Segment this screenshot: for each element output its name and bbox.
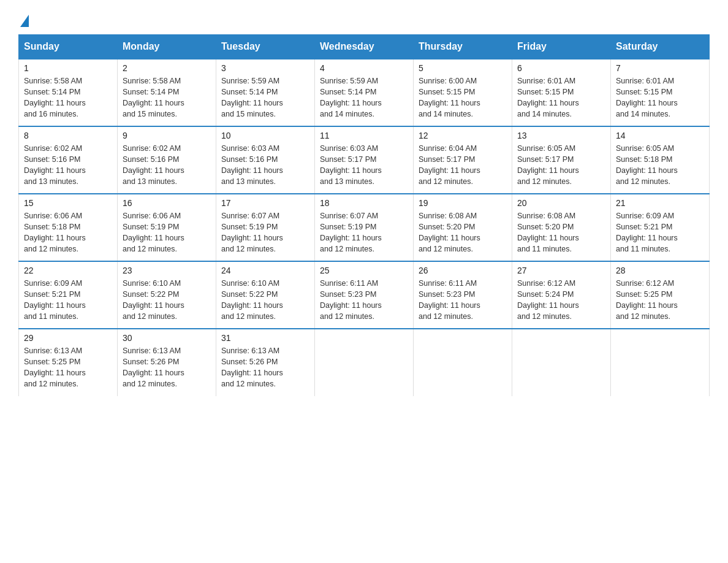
day-number: 16 [123,198,211,208]
calendar-cell: 9 Sunrise: 6:02 AMSunset: 5:16 PMDayligh… [118,126,216,194]
day-info: Sunrise: 6:07 AMSunset: 5:19 PMDaylight:… [320,210,408,255]
day-number: 30 [123,333,211,343]
day-number: 2 [123,63,211,73]
day-number: 1 [24,63,112,73]
day-info: Sunrise: 5:58 AMSunset: 5:14 PMDaylight:… [24,75,112,120]
calendar-week-row: 15 Sunrise: 6:06 AMSunset: 5:18 PMDaylig… [19,194,710,261]
calendar-cell: 15 Sunrise: 6:06 AMSunset: 5:18 PMDaylig… [19,194,118,261]
day-info: Sunrise: 6:12 AMSunset: 5:24 PMDaylight:… [517,278,605,323]
day-info: Sunrise: 6:02 AMSunset: 5:16 PMDaylight:… [24,143,112,188]
day-number: 27 [517,266,605,275]
day-info: Sunrise: 5:58 AMSunset: 5:14 PMDaylight:… [123,75,211,120]
day-info: Sunrise: 6:05 AMSunset: 5:17 PMDaylight:… [517,143,605,188]
calendar-cell: 7 Sunrise: 6:01 AMSunset: 5:15 PMDayligh… [611,59,710,126]
weekday-header-wednesday: Wednesday [315,35,414,59]
calendar-cell: 19 Sunrise: 6:08 AMSunset: 5:20 PMDaylig… [414,194,512,261]
day-number: 22 [24,266,112,275]
day-number: 7 [616,63,704,73]
day-info: Sunrise: 6:13 AMSunset: 5:26 PMDaylight:… [123,345,211,390]
day-info: Sunrise: 6:08 AMSunset: 5:20 PMDaylight:… [419,210,507,255]
calendar-cell [414,329,512,396]
day-info: Sunrise: 6:06 AMSunset: 5:19 PMDaylight:… [123,210,211,255]
calendar-cell: 30 Sunrise: 6:13 AMSunset: 5:26 PMDaylig… [118,329,216,396]
day-number: 6 [517,63,605,73]
day-number: 5 [419,63,507,73]
weekday-header-tuesday: Tuesday [216,35,315,59]
day-info: Sunrise: 6:12 AMSunset: 5:25 PMDaylight:… [616,278,704,323]
day-info: Sunrise: 6:03 AMSunset: 5:16 PMDaylight:… [221,143,309,188]
calendar-cell: 14 Sunrise: 6:05 AMSunset: 5:18 PMDaylig… [611,126,710,194]
day-number: 24 [221,266,309,275]
day-number: 3 [221,63,309,73]
calendar-cell: 31 Sunrise: 6:13 AMSunset: 5:26 PMDaylig… [216,329,315,396]
calendar-cell: 11 Sunrise: 6:03 AMSunset: 5:17 PMDaylig… [315,126,414,194]
calendar-cell: 28 Sunrise: 6:12 AMSunset: 5:25 PMDaylig… [611,261,710,329]
calendar-cell: 8 Sunrise: 6:02 AMSunset: 5:16 PMDayligh… [19,126,118,194]
calendar-cell: 26 Sunrise: 6:11 AMSunset: 5:23 PMDaylig… [414,261,512,329]
calendar-cell: 20 Sunrise: 6:08 AMSunset: 5:20 PMDaylig… [512,194,611,261]
calendar-header-row: SundayMondayTuesdayWednesdayThursdayFrid… [19,35,710,59]
calendar-week-row: 29 Sunrise: 6:13 AMSunset: 5:25 PMDaylig… [19,329,710,396]
calendar-cell: 23 Sunrise: 6:10 AMSunset: 5:22 PMDaylig… [118,261,216,329]
day-info: Sunrise: 6:13 AMSunset: 5:26 PMDaylight:… [221,345,309,390]
calendar-cell: 4 Sunrise: 5:59 AMSunset: 5:14 PMDayligh… [315,59,414,126]
day-info: Sunrise: 6:01 AMSunset: 5:15 PMDaylight:… [616,75,704,120]
logo-triangle-icon [20,15,29,27]
calendar-cell [611,329,710,396]
day-number: 18 [320,198,408,208]
day-info: Sunrise: 6:07 AMSunset: 5:19 PMDaylight:… [221,210,309,255]
weekday-header-sunday: Sunday [19,35,118,59]
day-number: 28 [616,266,704,275]
calendar-cell: 18 Sunrise: 6:07 AMSunset: 5:19 PMDaylig… [315,194,414,261]
day-info: Sunrise: 6:11 AMSunset: 5:23 PMDaylight:… [419,278,507,323]
calendar-cell: 1 Sunrise: 5:58 AMSunset: 5:14 PMDayligh… [19,59,118,126]
day-info: Sunrise: 6:10 AMSunset: 5:22 PMDaylight:… [221,278,309,323]
calendar-cell: 10 Sunrise: 6:03 AMSunset: 5:16 PMDaylig… [216,126,315,194]
day-info: Sunrise: 5:59 AMSunset: 5:14 PMDaylight:… [221,75,309,120]
day-info: Sunrise: 6:10 AMSunset: 5:22 PMDaylight:… [123,278,211,323]
calendar-cell: 16 Sunrise: 6:06 AMSunset: 5:19 PMDaylig… [118,194,216,261]
calendar-cell: 3 Sunrise: 5:59 AMSunset: 5:14 PMDayligh… [216,59,315,126]
day-info: Sunrise: 6:09 AMSunset: 5:21 PMDaylight:… [24,278,112,323]
calendar-cell: 6 Sunrise: 6:01 AMSunset: 5:15 PMDayligh… [512,59,611,126]
day-info: Sunrise: 6:03 AMSunset: 5:17 PMDaylight:… [320,143,408,188]
calendar-cell: 2 Sunrise: 5:58 AMSunset: 5:14 PMDayligh… [118,59,216,126]
calendar-week-row: 22 Sunrise: 6:09 AMSunset: 5:21 PMDaylig… [19,261,710,329]
day-number: 4 [320,63,408,73]
day-info: Sunrise: 6:08 AMSunset: 5:20 PMDaylight:… [517,210,605,255]
calendar-cell [512,329,611,396]
calendar-cell: 22 Sunrise: 6:09 AMSunset: 5:21 PMDaylig… [19,261,118,329]
day-info: Sunrise: 6:06 AMSunset: 5:18 PMDaylight:… [24,210,112,255]
day-number: 17 [221,198,309,208]
day-number: 19 [419,198,507,208]
day-number: 14 [616,131,704,140]
calendar-week-row: 8 Sunrise: 6:02 AMSunset: 5:16 PMDayligh… [19,126,710,194]
calendar-cell: 24 Sunrise: 6:10 AMSunset: 5:22 PMDaylig… [216,261,315,329]
day-number: 31 [221,333,309,343]
day-number: 29 [24,333,112,343]
day-number: 26 [419,266,507,275]
day-info: Sunrise: 6:11 AMSunset: 5:23 PMDaylight:… [320,278,408,323]
calendar-cell [315,329,414,396]
calendar-cell: 25 Sunrise: 6:11 AMSunset: 5:23 PMDaylig… [315,261,414,329]
calendar-cell: 27 Sunrise: 6:12 AMSunset: 5:24 PMDaylig… [512,261,611,329]
weekday-header-friday: Friday [512,35,611,59]
day-number: 20 [517,198,605,208]
logo [18,12,29,22]
day-number: 12 [419,131,507,140]
calendar-table: SundayMondayTuesdayWednesdayThursdayFrid… [18,34,710,396]
weekday-header-thursday: Thursday [414,35,512,59]
calendar-cell: 5 Sunrise: 6:00 AMSunset: 5:15 PMDayligh… [414,59,512,126]
day-number: 23 [123,266,211,275]
day-info: Sunrise: 6:02 AMSunset: 5:16 PMDaylight:… [123,143,211,188]
day-info: Sunrise: 6:00 AMSunset: 5:15 PMDaylight:… [419,75,507,120]
weekday-header-saturday: Saturday [611,35,710,59]
day-info: Sunrise: 6:09 AMSunset: 5:21 PMDaylight:… [616,210,704,255]
day-number: 13 [517,131,605,140]
calendar-cell: 17 Sunrise: 6:07 AMSunset: 5:19 PMDaylig… [216,194,315,261]
day-info: Sunrise: 6:04 AMSunset: 5:17 PMDaylight:… [419,143,507,188]
weekday-header-monday: Monday [118,35,216,59]
day-number: 21 [616,198,704,208]
page-header [18,12,710,22]
calendar-cell: 12 Sunrise: 6:04 AMSunset: 5:17 PMDaylig… [414,126,512,194]
